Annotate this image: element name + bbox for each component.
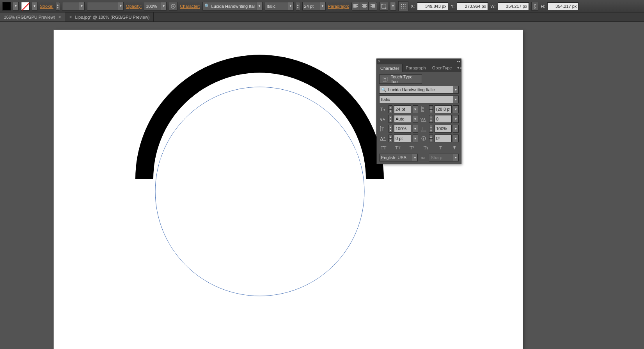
font-style-menu[interactable]: ▼ (288, 2, 294, 11)
small-caps-button[interactable]: Tᴛ (393, 145, 402, 151)
kerning-stepper[interactable]: ▲▼ (389, 115, 392, 123)
stroke-swatch[interactable] (21, 2, 30, 11)
stroke-swatch-menu[interactable]: ▼ (32, 2, 37, 11)
font-size-stepper[interactable]: ▲▼ (296, 2, 300, 11)
svg-rect-3 (381, 4, 383, 5)
panel-font-style-menu[interactable]: ▼ (453, 96, 459, 103)
panel-titlebar[interactable]: × ◂◂ (377, 59, 461, 64)
character-panel[interactable]: × ◂◂ Character Paragraph OpenType ▾≡ T T… (376, 58, 461, 164)
align-center-button[interactable] (360, 2, 369, 11)
reference-point-selector[interactable] (398, 1, 408, 11)
h-label: H: (541, 4, 545, 9)
panel-font-style-field[interactable] (379, 96, 453, 103)
opacity-menu[interactable]: ▼ (161, 2, 167, 11)
panel-font-size-menu[interactable]: ▼ (413, 105, 418, 113)
panel-rotation-field[interactable] (435, 135, 452, 142)
transform-panel-menu[interactable]: ▼ (390, 2, 396, 11)
close-icon[interactable]: × (378, 59, 380, 64)
panel-tracking-menu[interactable]: ▼ (453, 115, 459, 123)
x-field[interactable] (417, 2, 448, 10)
char-rotation-icon: T (420, 135, 428, 142)
strikethrough-button[interactable]: Ŧ (450, 145, 459, 151)
svg-text:a: a (383, 136, 385, 139)
tracking-stepper[interactable]: ▲▼ (429, 115, 433, 123)
touch-type-tool-button[interactable]: T Touch Type Tool (379, 74, 422, 84)
all-caps-button[interactable]: TT (379, 145, 388, 151)
panel-font-family-menu[interactable]: ▼ (453, 86, 459, 94)
font-style-field[interactable] (265, 2, 288, 11)
fill-swatch-menu[interactable]: ▼ (13, 2, 19, 11)
stroke-weight-menu[interactable]: ▼ (79, 2, 85, 11)
panel-kerning-menu[interactable]: ▼ (413, 115, 418, 123)
font-size-menu[interactable]: ▼ (320, 2, 326, 11)
text-arc-stroke[interactable] (144, 64, 375, 179)
underline-button[interactable]: T (436, 145, 445, 151)
stroke-weight-stepper[interactable]: ▲▼ (56, 2, 60, 11)
font-family-menu[interactable]: ▼ (257, 2, 263, 11)
tab-character[interactable]: Character (377, 64, 403, 72)
constrain-proportions-button[interactable] (531, 2, 538, 11)
language-field[interactable] (379, 154, 412, 161)
baseline-stepper[interactable]: ▲▼ (389, 135, 392, 142)
transform-icon (381, 4, 387, 9)
font-size-stepper[interactable]: ▲▼ (389, 105, 392, 113)
subscript-button[interactable]: T₁ (422, 145, 430, 151)
tab-opentype[interactable]: OpenType (429, 64, 455, 72)
antialias-menu[interactable]: ▼ (453, 154, 459, 161)
recolor-artwork-button[interactable] (169, 2, 177, 11)
panel-kerning-field[interactable] (394, 115, 411, 123)
align-right-button[interactable] (369, 2, 377, 11)
collapse-icon[interactable]: ◂◂ (457, 60, 460, 63)
leading-stepper[interactable]: ▲▼ (429, 105, 433, 113)
panel-font-family-field[interactable]: 🔍 (379, 86, 453, 94)
language-menu[interactable]: ▼ (412, 154, 418, 161)
font-family-field[interactable]: 🔍 (202, 2, 257, 11)
vscale-stepper[interactable]: ▲▼ (389, 125, 392, 133)
close-icon[interactable]: × (69, 14, 72, 20)
align-left-button[interactable] (351, 2, 360, 11)
panel-baseline-menu[interactable]: ▼ (413, 135, 418, 142)
panel-tracking-field[interactable] (435, 115, 452, 123)
panel-vscale-menu[interactable]: ▼ (413, 125, 418, 133)
panel-menu-button[interactable]: ▾≡ (455, 64, 464, 72)
document-tab-1[interactable]: 166% (RGB/GPU Preview) × (0, 12, 65, 21)
w-field[interactable] (498, 2, 529, 10)
y-field[interactable] (457, 2, 488, 10)
font-size-field[interactable] (302, 2, 320, 11)
character-label[interactable]: Character: (180, 4, 200, 9)
tab-label: Character (380, 66, 399, 71)
rotation-stepper[interactable]: ▲▼ (429, 135, 433, 142)
svg-text:A: A (422, 106, 424, 109)
h-field[interactable] (547, 2, 578, 10)
panel-font-size-field[interactable] (394, 105, 411, 113)
fill-swatch[interactable] (2, 2, 11, 11)
tab-paragraph[interactable]: Paragraph (403, 64, 429, 72)
panel-rotation-menu[interactable]: ▼ (453, 135, 459, 142)
svg-text:T: T (383, 109, 385, 112)
stroke-profile-field[interactable] (87, 2, 118, 11)
svg-point-5 (401, 4, 402, 5)
superscript-button[interactable]: T¹ (408, 145, 416, 151)
paragraph-label[interactable]: Paragraph: (328, 4, 349, 9)
hscale-stepper[interactable]: ▲▼ (429, 125, 433, 133)
panel-baseline-field[interactable] (394, 135, 411, 142)
reference-point-icon (401, 4, 406, 9)
stroke-weight-field[interactable] (62, 2, 79, 11)
svg-text:A: A (383, 117, 385, 121)
document-tab-2[interactable]: × Lips.jpg* @ 100% (RGB/GPU Preview) (65, 12, 154, 21)
transform-panel-button[interactable] (380, 2, 388, 11)
panel-leading-menu[interactable]: ▼ (453, 105, 459, 113)
stroke-label[interactable]: Stroke: (40, 4, 53, 9)
panel-hscale-menu[interactable]: ▼ (453, 125, 459, 133)
workspace[interactable]: × Glencoe Dance Ensemble Kissing Booth ×… (0, 22, 644, 349)
close-icon[interactable]: × (58, 14, 61, 20)
opacity-field[interactable] (144, 2, 161, 11)
stroke-profile-menu[interactable]: ▼ (118, 2, 124, 11)
type-on-path-text[interactable]: Glencoe Dance Ensemble Kissing Booth (151, 97, 368, 167)
panel-leading-field[interactable] (435, 105, 452, 113)
opacity-label[interactable]: Opacity: (126, 4, 142, 9)
panel-hscale-field[interactable] (435, 125, 452, 133)
antialias-field[interactable] (429, 154, 453, 161)
panel-vscale-field[interactable] (394, 125, 411, 133)
svg-text:T: T (381, 127, 384, 131)
